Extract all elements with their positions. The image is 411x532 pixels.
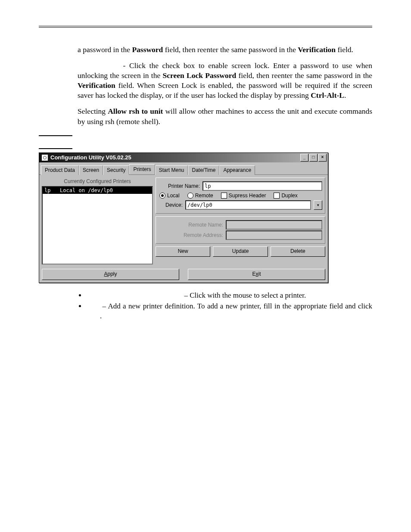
text: . (100, 312, 102, 320)
minimize-button[interactable]: _ (300, 154, 308, 162)
printer-name-input[interactable]: lp (202, 181, 322, 191)
text: field, then reenter the same password in… (163, 45, 298, 54)
text: field. (336, 45, 353, 54)
printer-action-buttons: New Update Delete (156, 246, 325, 257)
remote-group: Remote Name: Remote Address: (156, 216, 325, 244)
remote-address-input (226, 230, 322, 240)
update-button[interactable]: Update (213, 246, 268, 257)
bold-verif2: Verification (78, 81, 115, 90)
bold-rsh: Allow rsh to unit (108, 107, 163, 115)
list-item: New – Add a new printer definition. To a… (86, 302, 372, 321)
top-rule (39, 26, 372, 28)
bold-verification: Verification (298, 45, 336, 54)
tab-security[interactable]: Security (103, 165, 129, 175)
text: . (344, 91, 346, 100)
tab-date-time[interactable]: Date/Time (188, 165, 219, 175)
titlebar[interactable]: Configuration Utility V05.02.25 _ □ × (39, 153, 328, 162)
description-list: Currently Configured Printers – Click wi… (39, 291, 372, 321)
device-dropdown-button[interactable]: ▾ (314, 200, 322, 210)
config-utility-window: Configuration Utility V05.02.25 _ □ × Pr… (39, 152, 328, 283)
maximize-button[interactable]: □ (309, 154, 318, 162)
bold-ctrlaltl: Ctrl-Alt-L (311, 91, 344, 100)
checkbox-icon (274, 193, 280, 199)
close-button[interactable]: × (318, 154, 327, 162)
paragraph-password: a password in the Password field, then r… (39, 45, 372, 55)
radio-dot-icon (187, 193, 193, 199)
bold-password: Password (132, 45, 163, 54)
radio-dot-icon (159, 193, 165, 199)
new-button[interactable]: New (156, 246, 210, 257)
checkbox-duplex[interactable]: Duplex (274, 193, 297, 199)
text: a password in the (78, 45, 132, 54)
device-input[interactable]: /dev/lp0 (185, 200, 311, 210)
checkbox-icon (221, 193, 227, 199)
configured-printers-label: Currently Configured Printers (42, 177, 153, 186)
duplex-label: Duplex (281, 193, 297, 199)
window-title: Configuration Utility V05.02.25 (50, 154, 300, 161)
tab-product-data[interactable]: Product Data (41, 165, 79, 175)
radio-remote-label: Remote (195, 193, 213, 199)
tab-screen[interactable]: Screen (79, 165, 103, 175)
tab-appearance[interactable]: Appearance (219, 165, 255, 175)
remote-name-label: Remote Name: (159, 222, 223, 228)
radio-local-label: Local (167, 193, 180, 199)
remote-address-label: Remote Address: (159, 232, 223, 238)
printer-name-label: Printer Name: (159, 183, 200, 189)
remote-name-input (226, 220, 322, 230)
app-icon (42, 155, 48, 161)
checkbox-supress-header[interactable]: Supress Header (221, 193, 266, 199)
tab-start-menu[interactable]: Start Menu (155, 165, 188, 175)
paragraph-rsh: Selecting Allow rsh to unit will allow o… (39, 106, 372, 126)
exit-button[interactable]: Exit (188, 269, 325, 280)
supress-header-label: Supress Header (229, 193, 266, 199)
tab-bar: Product Data Screen Security Printers St… (39, 162, 328, 175)
text: field, then reenter the same password in… (236, 71, 372, 80)
list-item: Currently Configured Printers – Click wi… (86, 291, 372, 301)
list-item[interactable]: lp Local on /dev/lp0 (43, 187, 152, 194)
radio-local[interactable]: Local (159, 193, 180, 199)
device-label: Device: (159, 202, 183, 208)
dialog-footer: Apply Exit (39, 267, 328, 283)
text: – Click with the mouse to select a print… (182, 291, 306, 299)
radio-remote[interactable]: Remote (187, 193, 213, 199)
apply-button[interactable]: Apply (42, 269, 179, 280)
delete-button[interactable]: Delete (271, 246, 325, 257)
printers-listbox[interactable]: lp Local on /dev/lp0 (42, 186, 153, 264)
text: Selecting (78, 107, 108, 115)
paragraph-screenlock: Screen Lock - Click the check box to ena… (39, 61, 372, 100)
bold-slp: Screen Lock Password (162, 71, 236, 80)
section-heading-printers: Printers (39, 135, 372, 149)
printers-panel: Currently Configured Printers lp Local o… (39, 175, 328, 267)
printer-props-group: Printer Name: lp Local Remote (156, 177, 325, 214)
tab-printers[interactable]: Printers (129, 164, 155, 174)
text: – Add a new printer definition. To add a… (100, 302, 372, 310)
